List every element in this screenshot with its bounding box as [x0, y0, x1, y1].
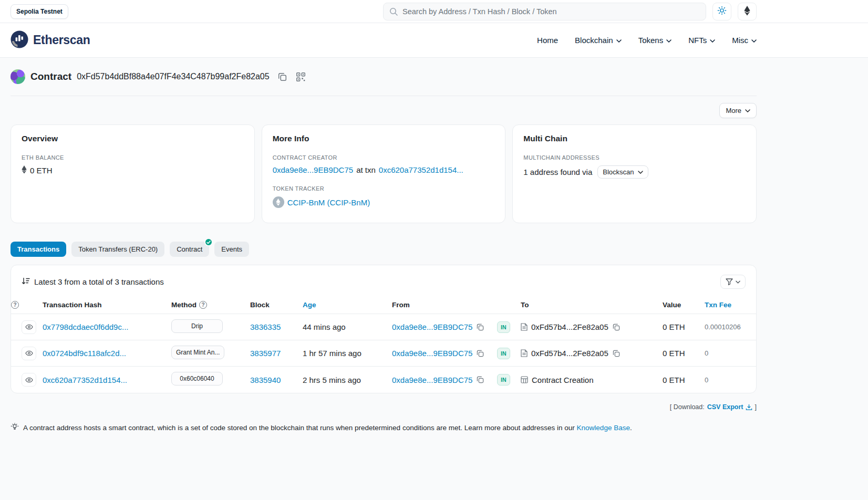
block-link[interactable]: 3836335: [250, 322, 281, 331]
site-header: Etherscan Home Blockchain Tokens NFTs Mi…: [0, 23, 868, 58]
table-row: 0x0724bdf9c118afc2d... Grant Mint An... …: [11, 340, 756, 367]
copy-to-button[interactable]: [612, 323, 621, 331]
at-txn-text: at txn: [356, 165, 376, 174]
to-address-text: Contract Creation: [532, 376, 594, 384]
tab-transactions[interactable]: Transactions: [11, 242, 66, 257]
contract-creation-icon: [521, 376, 528, 383]
col-to: To: [521, 296, 663, 314]
preview-tx-button[interactable]: [22, 373, 36, 387]
block-link[interactable]: 3835977: [250, 349, 281, 358]
search-input[interactable]: [383, 3, 706, 20]
copy-from-button[interactable]: [476, 323, 484, 331]
more-info-title: More Info: [273, 134, 495, 143]
creation-txn-link[interactable]: 0xc620a77352d1d154...: [379, 165, 463, 174]
theme-toggle-button[interactable]: [712, 3, 731, 20]
token-tracker-label: TOKEN TRACKER: [273, 185, 495, 192]
multichain-addresses-label: MULTICHAIN ADDRESSES: [523, 154, 746, 161]
overview-card: Overview ETH BALANCE 0 ETH: [11, 124, 255, 223]
nav-tokens[interactable]: Tokens: [638, 36, 672, 45]
address-avatar: [11, 69, 25, 84]
method-badge[interactable]: Grant Mint An...: [171, 346, 224, 359]
tab-events[interactable]: Events: [214, 242, 249, 257]
col-txn-fee[interactable]: Txn Fee: [705, 296, 756, 314]
tab-bar: Transactions Token Transfers (ERC-20) Co…: [11, 242, 757, 257]
copy-icon: [477, 350, 484, 357]
copy-address-button[interactable]: [277, 71, 288, 82]
main-nav: Home Blockchain Tokens NFTs Misc: [537, 36, 757, 45]
csv-export-link[interactable]: CSV Export: [707, 403, 752, 411]
copy-icon: [278, 72, 287, 81]
token-tracker-link[interactable]: CCIP-BnM (CCIP-BnM): [287, 198, 370, 207]
footnote-text: A contract address hosts a smart contrac…: [23, 424, 575, 432]
from-address-link[interactable]: 0xda9e8e...9EB9DC75: [392, 322, 472, 331]
etherscan-logo-icon: [11, 30, 28, 50]
nav-blockchain[interactable]: Blockchain: [575, 36, 622, 45]
table-row: 0x7798dcdaec0f6dd9c... Drip 3836335 44 m…: [11, 314, 756, 340]
eth-balance-label: ETH BALANCE: [22, 154, 244, 161]
eye-icon: [25, 324, 33, 330]
col-age[interactable]: Age: [303, 296, 392, 314]
multichain-found-text: 1 address found via: [523, 168, 592, 176]
multichain-provider-select[interactable]: Blockscan: [597, 165, 648, 179]
tx-hash-link[interactable]: 0x7798dcdaec0f6dd9c...: [43, 322, 128, 331]
copy-icon: [613, 350, 620, 357]
method-badge[interactable]: 0x60c06040: [171, 372, 223, 386]
top-bar: Sepolia Testnet: [0, 0, 868, 23]
overview-title: Overview: [22, 134, 244, 143]
from-address-link[interactable]: 0xda9e8e...9EB9DC75: [392, 349, 472, 358]
from-address-link[interactable]: 0xda9e8e...9EB9DC75: [392, 376, 472, 384]
copy-from-button[interactable]: [476, 349, 484, 358]
lightbulb-icon: [11, 423, 19, 433]
copy-from-button[interactable]: [476, 376, 484, 384]
chevron-down-icon: [751, 39, 757, 43]
value-text: 0 ETH: [663, 376, 705, 384]
chevron-down-icon: [666, 39, 671, 43]
txn-fee-text: 0: [705, 376, 756, 384]
contract-address: 0xFd57b4ddBf88a4e07fF4e34C487b99af2Fe82a…: [77, 72, 270, 81]
transactions-panel: Latest 3 from a total of 3 transactions …: [11, 265, 757, 393]
etherscan-logo[interactable]: Etherscan: [11, 30, 90, 50]
download-row: [ Download: CSV Export ]: [11, 403, 757, 411]
sun-icon: [717, 6, 727, 17]
sort-desc-icon: [22, 277, 30, 286]
multichain-card: Multi Chain MULTICHAIN ADDRESSES 1 addre…: [512, 124, 757, 223]
download-prefix: [ Download:: [670, 403, 705, 411]
copy-icon: [477, 376, 484, 383]
qr-code-button[interactable]: [295, 71, 306, 82]
gas-tracker-button[interactable]: [738, 3, 757, 20]
more-button[interactable]: More: [719, 103, 757, 118]
age-text: 2 hrs 5 mins ago: [303, 376, 392, 384]
search-bar: [383, 3, 706, 20]
eye-icon: [25, 350, 33, 356]
age-text: 44 mins ago: [303, 322, 392, 331]
creator-address-link[interactable]: 0xda9e8e...9EB9DC75: [273, 165, 353, 174]
tab-contract[interactable]: Contract: [170, 242, 209, 257]
method-badge[interactable]: Drip: [171, 319, 223, 333]
table-header-row: ? Transaction Hash Method? Block Age Fro…: [11, 296, 756, 314]
tx-hash-link[interactable]: 0x0724bdf9c118afc2d...: [43, 349, 126, 358]
knowledge-base-link[interactable]: Knowledge Base: [577, 424, 630, 432]
preview-tx-button[interactable]: [22, 320, 36, 334]
filter-button[interactable]: [720, 275, 746, 289]
chevron-down-icon: [745, 109, 750, 112]
direction-badge: IN: [497, 374, 510, 386]
tab-token-transfers[interactable]: Token Transfers (ERC-20): [71, 242, 164, 257]
token-icon: [273, 196, 284, 208]
help-icon[interactable]: ?: [199, 301, 207, 309]
nav-nfts[interactable]: NFTs: [688, 36, 715, 45]
eye-icon: [25, 377, 33, 383]
help-icon[interactable]: ?: [11, 301, 19, 309]
col-method: Method: [171, 301, 197, 309]
txn-fee-text: 0.00010206: [705, 323, 756, 331]
nav-home[interactable]: Home: [537, 36, 558, 45]
block-link[interactable]: 3835940: [250, 376, 281, 384]
page-title: Contract: [30, 71, 71, 82]
nav-misc[interactable]: Misc: [732, 36, 757, 45]
direction-badge: IN: [497, 321, 510, 333]
copy-to-button[interactable]: [612, 349, 621, 358]
value-text: 0 ETH: [663, 349, 705, 358]
preview-tx-button[interactable]: [22, 347, 36, 360]
network-badge[interactable]: Sepolia Testnet: [11, 4, 68, 19]
tx-hash-link[interactable]: 0xc620a77352d1d154...: [43, 376, 127, 384]
col-transaction-hash: Transaction Hash: [43, 296, 171, 314]
